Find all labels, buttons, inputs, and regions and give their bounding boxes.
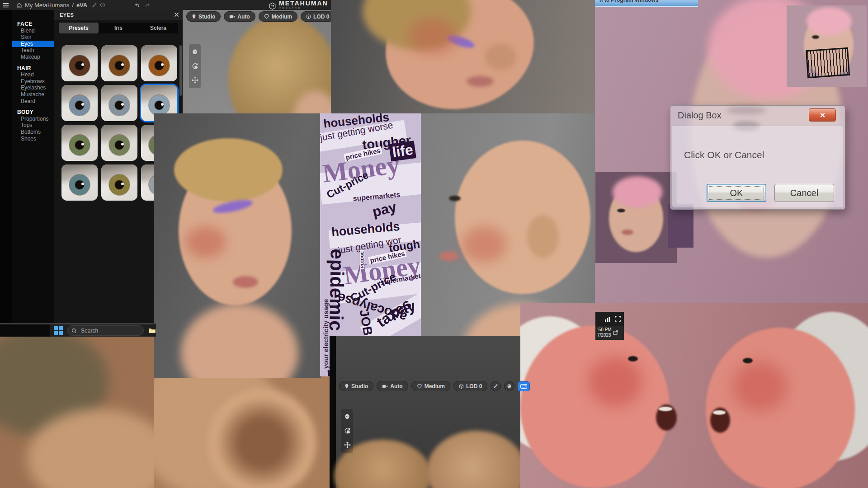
keyboard-shortcuts-button[interactable]: [518, 381, 530, 391]
sidebar-item-shoes[interactable]: Shoes: [12, 136, 54, 142]
eye-preset-swatch[interactable]: [101, 45, 137, 81]
newspaper-word: your electricity usage: [322, 299, 330, 369]
gem-icon: [264, 14, 269, 19]
search-input[interactable]: [80, 327, 132, 334]
rename-icon[interactable]: [92, 2, 97, 8]
sidebar-item-tops[interactable]: Tops: [12, 122, 54, 129]
stats-bars-icon[interactable]: [604, 316, 611, 322]
close-icon[interactable]: [174, 12, 179, 17]
eye-preset-swatch[interactable]: [141, 45, 177, 81]
sidebar-item-eyebrows[interactable]: Eyebrows: [12, 78, 54, 85]
studio-lighting-button[interactable]: Studio: [339, 381, 373, 391]
eye-preset-swatch[interactable]: [101, 125, 137, 161]
ear-shape: [208, 389, 316, 488]
sidebar-item-skin[interactable]: Skin: [12, 34, 54, 41]
windows-start-icon[interactable]: [54, 326, 63, 335]
cheek-photo: [427, 431, 520, 488]
partial-window-titlebar[interactable]: n to Program Windows: [595, 0, 698, 7]
tab-iris[interactable]: Iris: [99, 23, 138, 33]
undo-icon[interactable]: [134, 2, 140, 8]
orbit-icon[interactable]: [192, 63, 198, 70]
orbit-icon[interactable]: [344, 427, 351, 434]
partial-window-title: n to Program Windows: [599, 0, 698, 3]
panel-title: EYES: [60, 12, 74, 18]
notification-icon[interactable]: [613, 330, 618, 340]
right-teeth: [713, 410, 726, 415]
file-explorer-icon[interactable]: [148, 327, 156, 334]
clock-date: 7/2023: [597, 333, 612, 338]
quality-medium-button[interactable]: Medium: [259, 11, 297, 22]
redo-icon[interactable]: [145, 2, 151, 8]
bone-icon: [493, 384, 498, 389]
taskbar-search[interactable]: [67, 325, 144, 336]
dialog-title: Dialog Box: [678, 110, 722, 121]
camera-auto-button[interactable]: Auto: [224, 11, 255, 22]
cube-icon: [459, 384, 464, 389]
right-face: [706, 328, 855, 488]
menu-icon[interactable]: [3, 2, 9, 8]
tab-sclera[interactable]: Sclera: [138, 23, 178, 33]
breadcrumb-current: eVA: [76, 2, 87, 9]
left-face: [520, 325, 670, 488]
eye-preset-swatch[interactable]: [61, 125, 98, 161]
second-viewport[interactable]: [330, 336, 520, 488]
panel-edge: [330, 336, 336, 488]
cube-icon: [306, 14, 311, 19]
sidebar-item-beard[interactable]: Beard: [12, 98, 54, 105]
face-down-photo: [331, 0, 595, 113]
sidebar-item-blend[interactable]: Blend: [12, 28, 54, 34]
eye-preset-swatch[interactable]: [61, 85, 98, 121]
camera-auto-button[interactable]: Auto: [377, 381, 408, 391]
background-patch: [668, 204, 693, 248]
clock-area[interactable]: :50 PM 7/2023: [595, 326, 624, 340]
lod-button[interactable]: LOD 0: [453, 381, 487, 391]
panel-scrollbar[interactable]: [179, 45, 182, 96]
metahuman-logo-icon: [269, 2, 276, 10]
mustache-wireframe-box: [806, 47, 850, 78]
help-icon[interactable]: [100, 2, 105, 8]
sidebar-item-teeth[interactable]: Teeth: [12, 47, 54, 54]
neck-chest: [181, 303, 298, 378]
eye: [617, 209, 625, 212]
eye-preset-swatch[interactable]: [61, 45, 98, 81]
fullscreen-icon[interactable]: [615, 316, 621, 322]
viewport-tools-bottom: [341, 409, 353, 453]
cancel-button[interactable]: Cancel: [774, 184, 834, 202]
sidebar-item-head[interactable]: Head: [12, 71, 54, 78]
buzzcut-hair: [174, 138, 283, 202]
sidebar: FACE Blend Skin Eyes Teeth Makeup HAIR H…: [12, 10, 54, 337]
hair-icon-button[interactable]: [504, 381, 514, 391]
sidebar-item-proportions[interactable]: Proportions: [12, 116, 54, 122]
dialog-body: Click OK or Cancel OK Cancel: [672, 126, 843, 207]
right-eye: [743, 358, 753, 363]
move-icon[interactable]: [192, 77, 198, 84]
lod-button[interactable]: LOD 0: [301, 11, 335, 22]
face-view-icon[interactable]: [192, 49, 198, 56]
studio-lighting-button[interactable]: Studio: [186, 11, 221, 22]
player-controls: [595, 312, 624, 326]
sculpt-icon-button[interactable]: [491, 381, 501, 391]
sidebar-item-eyelashes[interactable]: Eyelashes: [12, 84, 54, 91]
dialog-close-button[interactable]: [809, 108, 836, 122]
move-icon[interactable]: [344, 441, 351, 448]
sidebar-item-bottoms[interactable]: Bottoms: [12, 129, 54, 136]
sidebar-item-mustache[interactable]: Mustache: [12, 91, 54, 98]
eye-preset-swatch[interactable]: [61, 164, 98, 201]
lips: [439, 251, 459, 261]
sidebar-item-makeup[interactable]: Makeup: [12, 54, 54, 61]
freckled-cheek: [408, 18, 458, 54]
eye-preset-swatch[interactable]: [101, 164, 137, 201]
logo-title: METAHUMAN: [279, 1, 328, 6]
eye-preset-swatch[interactable]: [101, 85, 137, 121]
breadcrumb-separator: /: [72, 2, 74, 9]
close-icon: [820, 113, 826, 118]
ok-button[interactable]: OK: [707, 184, 766, 202]
home-icon[interactable]: [16, 2, 22, 8]
keyboard-icon: [520, 384, 527, 389]
face-view-icon[interactable]: [344, 413, 350, 420]
dialog-window[interactable]: Dialog Box Click OK or Cancel OK Cancel: [670, 105, 845, 210]
tab-presets[interactable]: Presets: [59, 23, 99, 33]
breadcrumb-root[interactable]: My MetaHumans: [25, 2, 69, 9]
quality-medium-button[interactable]: Medium: [411, 381, 450, 391]
sidebar-item-eyes[interactable]: Eyes: [12, 41, 54, 47]
